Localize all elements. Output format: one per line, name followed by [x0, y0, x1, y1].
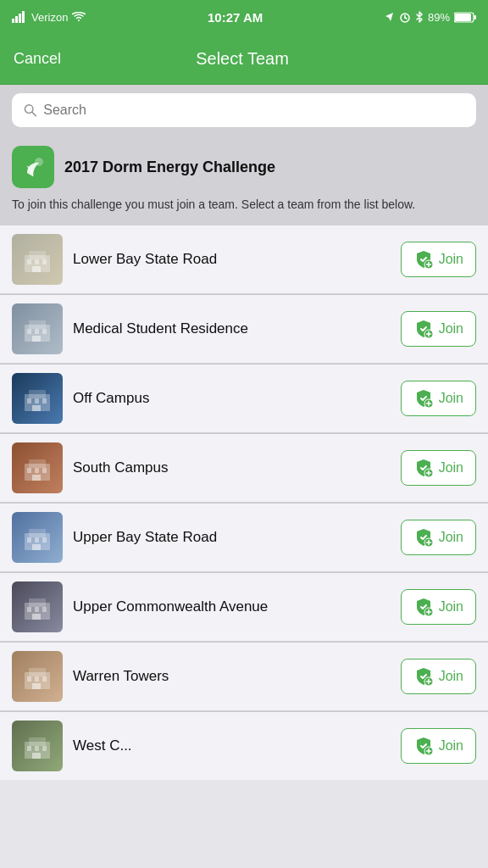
signal-icon — [12, 11, 27, 23]
join-shield-icon — [413, 527, 434, 548]
challenge-header: 2017 Dorm Energy Challenge — [0, 136, 488, 197]
svg-rect-60 — [27, 607, 31, 612]
svg-rect-63 — [32, 614, 41, 620]
svg-rect-51 — [27, 537, 31, 542]
svg-line-6 — [405, 18, 407, 19]
building-svg — [20, 242, 54, 276]
svg-rect-68 — [29, 668, 46, 676]
page-title: Select Team — [196, 49, 289, 69]
team-name-medical: Medical Student Residence — [73, 320, 391, 338]
svg-rect-77 — [29, 737, 46, 746]
search-bar — [12, 93, 476, 127]
team-item-upper-bay: Upper Bay State Road Join — [0, 504, 488, 571]
building-svg — [20, 451, 54, 485]
svg-rect-53 — [42, 537, 47, 542]
alarm-icon — [399, 11, 411, 23]
join-shield-icon — [413, 666, 434, 687]
search-icon — [24, 103, 36, 117]
status-bar: Verizon 10:27 AM 89% — [0, 0, 488, 34]
team-item-warren: Warren Towers Join — [0, 643, 488, 710]
svg-rect-62 — [42, 607, 47, 612]
join-button-warren[interactable]: Join — [401, 659, 476, 694]
battery-label: 89% — [428, 11, 450, 24]
join-shield-icon — [413, 597, 434, 617]
nav-bar: Cancel Select Team — [0, 34, 488, 85]
svg-rect-45 — [32, 475, 41, 481]
team-photo-medical — [12, 303, 63, 354]
svg-rect-3 — [22, 11, 25, 23]
status-right-icons: 89% — [385, 11, 476, 24]
team-name-lower-bay: Lower Bay State Road — [73, 250, 391, 269]
team-item-west: West C... Join — [0, 712, 488, 780]
team-list: Lower Bay State Road Join Medical Studen… — [0, 225, 488, 780]
join-label: Join — [439, 669, 463, 684]
join-button-west[interactable]: Join — [401, 728, 476, 764]
join-button-medical[interactable]: Join — [401, 311, 476, 347]
team-photo-warren — [12, 651, 63, 702]
join-button-off-campus[interactable]: Join — [401, 381, 476, 416]
svg-rect-18 — [32, 266, 41, 272]
team-photo-lower-bay — [12, 234, 63, 285]
svg-rect-15 — [27, 259, 31, 264]
svg-rect-8 — [455, 14, 471, 21]
svg-rect-50 — [29, 529, 46, 537]
join-shield-icon — [413, 319, 434, 339]
team-photo-upper-bay — [12, 512, 63, 563]
building-svg — [20, 520, 54, 554]
svg-rect-34 — [35, 398, 39, 403]
join-label: Join — [439, 321, 463, 337]
svg-rect-35 — [42, 398, 47, 403]
search-container — [0, 85, 488, 136]
svg-rect-61 — [35, 607, 39, 612]
svg-rect-16 — [35, 259, 39, 264]
svg-rect-70 — [35, 676, 39, 682]
cancel-button[interactable]: Cancel — [14, 50, 61, 68]
team-name-warren: Warren Towers — [73, 667, 391, 686]
team-item-medical: Medical Student Residence Join — [0, 295, 488, 363]
svg-rect-69 — [27, 676, 31, 682]
join-button-south-campus[interactable]: Join — [401, 450, 476, 486]
svg-rect-9 — [474, 15, 477, 19]
join-label: Join — [439, 252, 463, 267]
carrier-info: Verizon — [12, 11, 86, 24]
svg-rect-36 — [32, 405, 41, 411]
svg-rect-59 — [29, 598, 46, 607]
building-svg — [20, 590, 54, 624]
svg-rect-43 — [35, 468, 39, 473]
svg-rect-2 — [19, 14, 21, 23]
svg-rect-71 — [42, 676, 47, 682]
svg-rect-42 — [27, 468, 31, 473]
svg-rect-1 — [15, 16, 18, 23]
team-name-west: West C... — [73, 737, 391, 755]
join-shield-icon — [413, 249, 434, 270]
challenge-icon — [12, 146, 54, 188]
svg-rect-41 — [29, 459, 46, 468]
join-label: Join — [439, 599, 463, 615]
building-svg — [20, 659, 54, 693]
svg-rect-33 — [27, 398, 31, 403]
challenge-description: To join this challenge you must join a t… — [0, 197, 488, 225]
team-photo-south-campus — [12, 442, 63, 493]
battery-icon — [454, 12, 476, 23]
svg-rect-0 — [12, 19, 14, 23]
building-svg — [20, 312, 54, 346]
team-item-off-campus: Off Campus Join — [0, 364, 488, 432]
carrier-label: Verizon — [31, 11, 68, 24]
join-shield-icon — [413, 388, 434, 409]
bluetooth-icon — [415, 11, 424, 23]
search-input[interactable] — [43, 103, 464, 118]
team-name-off-campus: Off Campus — [73, 389, 391, 408]
join-button-lower-bay[interactable]: Join — [401, 242, 476, 277]
team-item-lower-bay: Lower Bay State Road Join — [0, 225, 488, 293]
svg-rect-72 — [32, 683, 41, 689]
building-svg — [20, 729, 54, 763]
join-button-upper-common[interactable]: Join — [401, 589, 476, 625]
svg-rect-80 — [42, 746, 47, 751]
join-button-upper-bay[interactable]: Join — [401, 520, 476, 555]
team-name-south-campus: South Campus — [73, 459, 391, 477]
join-shield-icon — [413, 736, 434, 756]
wifi-icon — [72, 12, 86, 22]
svg-point-12 — [35, 158, 43, 166]
team-name-upper-bay: Upper Bay State Road — [73, 528, 391, 547]
svg-line-11 — [32, 112, 36, 115]
